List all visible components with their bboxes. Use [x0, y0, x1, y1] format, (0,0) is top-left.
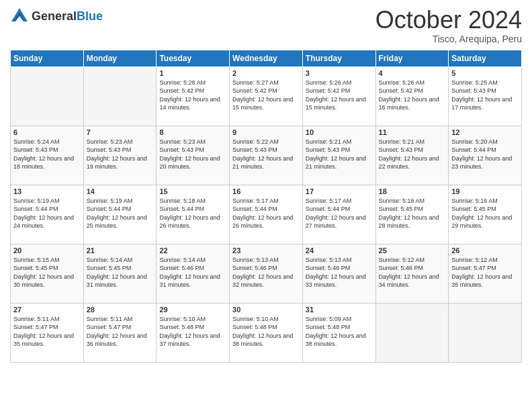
calendar-cell: 7Sunrise: 5:23 AMSunset: 5:43 PMDaylight…	[83, 126, 157, 185]
calendar-cell: 29Sunrise: 5:10 AMSunset: 5:48 PMDayligh…	[157, 303, 230, 362]
calendar-cell: 3Sunrise: 5:26 AMSunset: 5:42 PMDaylight…	[302, 66, 375, 126]
header-saturday: Saturday	[449, 50, 522, 66]
day-info: Sunrise: 5:11 AMSunset: 5:47 PMDaylight:…	[87, 315, 154, 349]
day-number: 13	[13, 187, 81, 195]
header-wednesday: Wednesday	[230, 50, 303, 66]
day-info: Sunrise: 5:26 AMSunset: 5:42 PMDaylight:…	[379, 79, 446, 112]
calendar-cell	[83, 66, 157, 126]
calendar-cell: 14Sunrise: 5:19 AMSunset: 5:44 PMDayligh…	[83, 185, 157, 244]
header-tuesday: Tuesday	[157, 50, 230, 66]
day-info: Sunrise: 5:22 AMSunset: 5:43 PMDaylight:…	[232, 138, 300, 171]
calendar-week-5: 27Sunrise: 5:11 AMSunset: 5:47 PMDayligh…	[11, 303, 522, 362]
calendar-cell: 10Sunrise: 5:21 AMSunset: 5:43 PMDayligh…	[302, 126, 375, 185]
day-number: 22	[159, 246, 226, 255]
day-info: Sunrise: 5:12 AMSunset: 5:46 PMDaylight:…	[379, 256, 446, 289]
calendar-cell: 27Sunrise: 5:11 AMSunset: 5:47 PMDayligh…	[11, 303, 84, 362]
calendar-cell: 2Sunrise: 5:27 AMSunset: 5:42 PMDaylight…	[230, 66, 303, 126]
day-info: Sunrise: 5:25 AMSunset: 5:43 PMDaylight:…	[451, 79, 519, 112]
day-number: 18	[379, 187, 446, 195]
day-number: 2	[232, 69, 300, 77]
header-sunday: Sunday	[11, 50, 84, 66]
day-number: 25	[379, 246, 446, 255]
header-thursday: Thursday	[302, 50, 375, 66]
calendar-cell: 9Sunrise: 5:22 AMSunset: 5:43 PMDaylight…	[230, 126, 303, 185]
day-info: Sunrise: 5:09 AMSunset: 5:48 PMDaylight:…	[306, 315, 373, 349]
logo-general-text: General	[32, 9, 77, 23]
day-number: 19	[451, 187, 519, 195]
page: GeneralBlue October 2024 Tisco, Arequipa…	[0, 0, 532, 411]
day-number: 10	[306, 128, 373, 136]
day-info: Sunrise: 5:23 AMSunset: 5:43 PMDaylight:…	[87, 138, 154, 171]
day-number: 17	[306, 187, 373, 195]
calendar-cell: 6Sunrise: 5:24 AMSunset: 5:43 PMDaylight…	[11, 126, 84, 185]
day-info: Sunrise: 5:19 AMSunset: 5:44 PMDaylight:…	[87, 197, 154, 230]
day-number: 14	[87, 187, 154, 195]
day-info: Sunrise: 5:13 AMSunset: 5:46 PMDaylight:…	[232, 256, 300, 289]
day-number: 5	[451, 69, 519, 77]
calendar-header-row: Sunday Monday Tuesday Wednesday Thursday…	[11, 50, 522, 66]
calendar-week-4: 20Sunrise: 5:15 AMSunset: 5:45 PMDayligh…	[11, 244, 522, 303]
calendar-table: Sunday Monday Tuesday Wednesday Thursday…	[10, 50, 522, 363]
header-monday: Monday	[83, 50, 157, 66]
day-info: Sunrise: 5:12 AMSunset: 5:47 PMDaylight:…	[451, 256, 519, 289]
day-info: Sunrise: 5:23 AMSunset: 5:43 PMDaylight:…	[159, 138, 226, 171]
day-number: 31	[306, 306, 373, 314]
calendar-cell: 13Sunrise: 5:19 AMSunset: 5:44 PMDayligh…	[11, 185, 84, 244]
month-year-title: October 2024	[375, 7, 522, 34]
calendar-week-1: 1Sunrise: 5:28 AMSunset: 5:42 PMDaylight…	[11, 66, 522, 126]
day-info: Sunrise: 5:24 AMSunset: 5:43 PMDaylight:…	[13, 138, 81, 171]
day-info: Sunrise: 5:16 AMSunset: 5:45 PMDaylight:…	[451, 197, 519, 230]
day-info: Sunrise: 5:11 AMSunset: 5:47 PMDaylight:…	[13, 315, 81, 349]
day-number: 4	[379, 69, 446, 77]
day-number: 21	[87, 246, 154, 255]
calendar-cell: 1Sunrise: 5:28 AMSunset: 5:42 PMDaylight…	[157, 66, 230, 126]
calendar-cell: 16Sunrise: 5:17 AMSunset: 5:44 PMDayligh…	[230, 185, 303, 244]
calendar-cell: 23Sunrise: 5:13 AMSunset: 5:46 PMDayligh…	[230, 244, 303, 303]
calendar-cell: 21Sunrise: 5:14 AMSunset: 5:45 PMDayligh…	[83, 244, 157, 303]
calendar-cell: 30Sunrise: 5:10 AMSunset: 5:48 PMDayligh…	[230, 303, 303, 362]
header: GeneralBlue October 2024 Tisco, Arequipa…	[10, 7, 522, 44]
calendar-cell: 11Sunrise: 5:21 AMSunset: 5:43 PMDayligh…	[375, 126, 449, 185]
day-number: 24	[306, 246, 373, 255]
day-number: 26	[451, 246, 519, 255]
day-number: 12	[451, 128, 519, 136]
day-number: 23	[232, 246, 300, 255]
day-info: Sunrise: 5:10 AMSunset: 5:48 PMDaylight:…	[159, 315, 226, 349]
calendar-cell: 31Sunrise: 5:09 AMSunset: 5:48 PMDayligh…	[302, 303, 375, 362]
day-number: 27	[13, 306, 81, 314]
day-info: Sunrise: 5:14 AMSunset: 5:45 PMDaylight:…	[87, 256, 154, 289]
calendar-cell: 20Sunrise: 5:15 AMSunset: 5:45 PMDayligh…	[11, 244, 84, 303]
logo: GeneralBlue	[10, 7, 103, 26]
day-info: Sunrise: 5:14 AMSunset: 5:46 PMDaylight:…	[159, 256, 226, 289]
calendar-week-2: 6Sunrise: 5:24 AMSunset: 5:43 PMDaylight…	[11, 126, 522, 185]
day-number: 11	[379, 128, 446, 136]
day-number: 29	[159, 306, 226, 314]
calendar-cell: 28Sunrise: 5:11 AMSunset: 5:47 PMDayligh…	[83, 303, 157, 362]
day-info: Sunrise: 5:10 AMSunset: 5:48 PMDaylight:…	[232, 315, 300, 349]
day-info: Sunrise: 5:13 AMSunset: 5:46 PMDaylight:…	[306, 256, 373, 289]
day-number: 1	[159, 69, 226, 77]
day-info: Sunrise: 5:15 AMSunset: 5:45 PMDaylight:…	[13, 256, 81, 289]
day-number: 3	[306, 69, 373, 77]
calendar-cell: 25Sunrise: 5:12 AMSunset: 5:46 PMDayligh…	[375, 244, 449, 303]
day-number: 7	[87, 128, 154, 136]
calendar-cell: 5Sunrise: 5:25 AMSunset: 5:43 PMDaylight…	[449, 66, 522, 126]
calendar-cell: 22Sunrise: 5:14 AMSunset: 5:46 PMDayligh…	[157, 244, 230, 303]
calendar-cell: 19Sunrise: 5:16 AMSunset: 5:45 PMDayligh…	[449, 185, 522, 244]
calendar-cell: 17Sunrise: 5:17 AMSunset: 5:44 PMDayligh…	[302, 185, 375, 244]
location-title: Tisco, Arequipa, Peru	[375, 34, 522, 44]
calendar-cell: 8Sunrise: 5:23 AMSunset: 5:43 PMDaylight…	[157, 126, 230, 185]
day-number: 9	[232, 128, 300, 136]
day-info: Sunrise: 5:26 AMSunset: 5:42 PMDaylight:…	[306, 79, 373, 112]
day-number: 6	[13, 128, 81, 136]
day-info: Sunrise: 5:21 AMSunset: 5:43 PMDaylight:…	[379, 138, 446, 171]
calendar-cell: 24Sunrise: 5:13 AMSunset: 5:46 PMDayligh…	[302, 244, 375, 303]
day-number: 28	[87, 306, 154, 314]
day-info: Sunrise: 5:18 AMSunset: 5:44 PMDaylight:…	[159, 197, 226, 230]
day-number: 15	[159, 187, 226, 195]
calendar-week-3: 13Sunrise: 5:19 AMSunset: 5:44 PMDayligh…	[11, 185, 522, 244]
day-info: Sunrise: 5:19 AMSunset: 5:44 PMDaylight:…	[13, 197, 81, 230]
calendar-cell	[449, 303, 522, 362]
header-friday: Friday	[375, 50, 449, 66]
day-info: Sunrise: 5:20 AMSunset: 5:44 PMDaylight:…	[451, 138, 519, 171]
